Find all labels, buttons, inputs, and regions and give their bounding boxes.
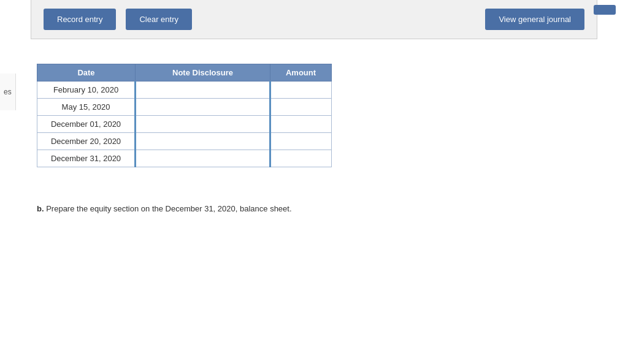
cell-amount[interactable] [270,82,332,99]
record-entry-button[interactable]: Record entry [44,9,116,30]
data-table: Date Note Disclosure Amount February 10,… [37,64,332,167]
cell-date: December 31, 2020 [37,150,136,167]
cell-date: May 15, 2020 [37,99,136,116]
cell-note[interactable] [136,99,270,116]
cell-amount[interactable] [270,116,332,133]
clear-entry-button[interactable]: Clear entry [126,9,192,30]
header-amount: Amount [270,64,332,82]
cell-note[interactable] [136,150,270,167]
footer-text: b. Prepare the equity section on the Dec… [37,204,597,213]
cell-date: December 20, 2020 [37,133,136,150]
footer-description: Prepare the equity section on the Decemb… [44,204,292,213]
cell-note[interactable] [136,116,270,133]
table-row: December 01, 2020 [37,116,332,133]
corner-action-button[interactable] [594,5,616,15]
cell-note[interactable] [136,133,270,150]
table-row: December 31, 2020 [37,150,332,167]
table-row: December 20, 2020 [37,133,332,150]
table-row: May 15, 2020 [37,99,332,116]
cell-amount[interactable] [270,150,332,167]
cell-date: February 10, 2020 [37,82,136,99]
view-general-journal-button[interactable]: View general journal [485,9,584,30]
main-content: Date Note Disclosure Amount February 10,… [0,39,628,232]
cell-amount[interactable] [270,99,332,116]
action-bar: Record entry Clear entry View general jo… [31,0,597,39]
header-date: Date [37,64,136,82]
footer-bold: b. [37,204,44,213]
table-section: Date Note Disclosure Amount February 10,… [37,64,597,167]
cell-date: December 01, 2020 [37,116,136,133]
cell-note[interactable] [136,82,270,99]
cell-amount[interactable] [270,133,332,150]
header-note-disclosure: Note Disclosure [136,64,270,82]
table-row: February 10, 2020 [37,82,332,99]
